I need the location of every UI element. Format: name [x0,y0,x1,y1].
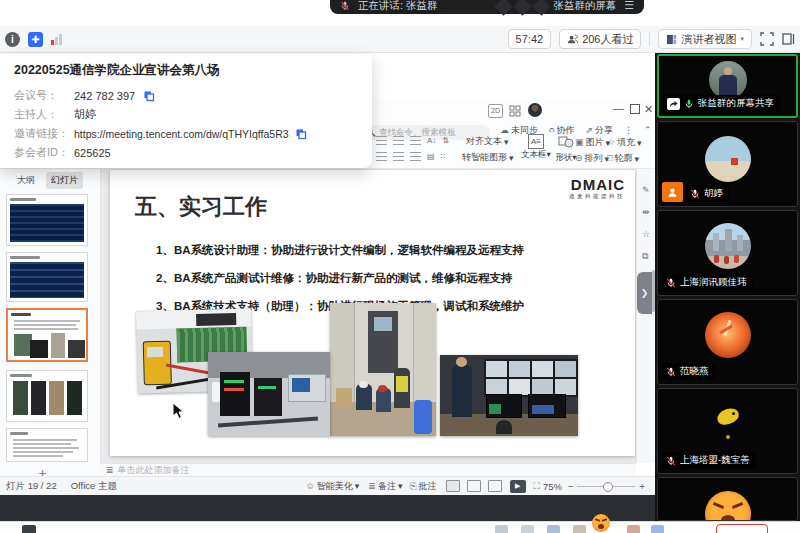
tab-outline[interactable]: 大纲 [12,172,40,189]
sorter-view-icon[interactable] [467,480,481,492]
participant-tile[interactable]: 范晓燕 [657,299,798,385]
taskbar-icon[interactable] [22,525,36,533]
avatar [705,312,751,358]
slide-thumbnail[interactable] [6,194,88,246]
numbering-icon[interactable]: ∷ [441,153,446,161]
participant-id-value: 625625 [74,147,111,159]
picture-button[interactable]: ▣图片▾ [575,136,610,149]
security-shield-icon[interactable]: ✚ [28,32,43,47]
align-text-button[interactable]: 对齐文本▾ [466,135,509,148]
style-tool-icon[interactable]: ✎ [642,186,650,195]
participant-tile[interactable]: 张益群的屏幕共享 [657,54,798,118]
participant-id-label: 参会者ID： [14,145,74,160]
slide-panel: 大纲 幻灯片 [0,168,101,476]
skin-icon[interactable]: 2D [488,104,503,118]
slide-thumbnail[interactable] [6,252,88,302]
beautify-icon: ☺ [306,482,315,491]
taskbar-emoji-icon[interactable] [592,514,610,532]
participant-name: 范晓燕 [680,365,709,378]
fit-zoom-icon[interactable]: ⛶ [534,482,540,491]
fill-button[interactable]: ☆填充▾ [607,136,642,149]
meeting-info-icon[interactable]: i [5,32,20,47]
restore-button[interactable] [630,104,640,114]
taskbar-icon[interactable] [573,525,586,533]
smart-graphic-button[interactable]: 转智能图形▾ [462,151,514,164]
speaking-label: 正在讲话: 张益群 [358,0,437,13]
taskbar-icon[interactable] [495,525,508,533]
participant-tile[interactable]: 胡婷 [657,121,798,207]
outline-button[interactable]: □轮廓▾ [607,152,639,165]
mic-muted-icon [666,366,676,378]
zoom-in-button[interactable]: ＋ [638,480,648,493]
tab-slides[interactable]: 幻灯片 [46,172,83,189]
host-label: 主持人： [14,107,74,122]
copy-icon[interactable] [143,90,155,102]
align-center-icon[interactable] [393,152,404,161]
participant-label: 张益群的屏幕共享 [663,95,780,112]
theme-name[interactable]: Office 主题 [71,480,117,493]
outdent-icon[interactable] [410,136,421,145]
arrange-button[interactable]: ⊜排列▾ [575,152,609,165]
avatar [705,223,751,269]
columns-icon[interactable]: ▤ [427,153,435,161]
slide-thumbnail-current[interactable] [6,308,88,362]
zoom-slider[interactable] [577,481,635,491]
align-left-icon[interactable] [376,152,387,161]
fullscreen-icon[interactable] [760,32,774,46]
align-right-icon[interactable] [410,152,421,161]
taskbar-red-outline-button[interactable] [716,524,768,533]
slide-title: 五、实习工作 [135,192,267,222]
zoom-level: 75% [543,481,562,492]
indent-icon[interactable] [393,136,404,145]
view-mode-selector[interactable]: 演讲者视图 ▾ [658,29,752,49]
taskbar-icon[interactable] [651,525,664,533]
host-badge [662,182,683,202]
avatar [709,61,747,99]
minimize-button[interactable]: — [613,102,624,114]
meeting-id-label: 会议号： [14,88,74,103]
participant-label: 上海塔盟-魏宝善 [662,452,756,469]
more-icon[interactable]: ⋮ [624,126,633,135]
list-icon[interactable] [376,136,387,145]
adjust-tool-icon[interactable]: ⇹ [642,208,650,217]
comment-button[interactable]: ⎘批注 [409,480,436,493]
network-signal-icon[interactable] [51,33,62,45]
invite-link-label: 邀请链接： [14,126,74,141]
outline-icon: □ [607,154,612,163]
zoom-out-button[interactable]: − [568,481,574,492]
textbox-button[interactable]: A≡ 文本框▾ [521,134,551,161]
status-notes-button[interactable]: ≣备注▾ [368,480,402,493]
close-button[interactable]: ✕ [644,103,653,116]
collapse-ribbon-icon[interactable]: ⌃ [644,126,652,135]
layout-toggle-icon[interactable] [782,32,796,46]
normal-view-icon[interactable] [446,480,460,492]
beautify-button[interactable]: ☺智能美化▾ [306,480,360,493]
notes-bar[interactable]: ≣ 单击此处添加备注 [100,463,636,476]
reading-view-icon[interactable] [488,480,502,492]
participant-tile-partial[interactable] [657,477,798,521]
user-avatar[interactable] [528,103,542,117]
line-spacing-icon[interactable]: ⇅ [442,137,449,145]
slide: DMAIC 迪麦科能源科技 五、实习工作 1、BA系统设计助理：协助进行设计文件… [110,170,635,456]
bottom-dark-bar [0,495,655,521]
taskbar-icon[interactable] [627,525,640,533]
favorite-tool-icon[interactable]: ☆ [642,230,650,239]
taskbar-icon[interactable] [521,525,534,533]
panel-expand-handle[interactable]: ❯ [637,272,652,314]
menu-icon[interactable]: ☰ [624,0,634,12]
viewers-count[interactable]: 206人看过 [559,29,641,49]
slide-thumbnail[interactable] [6,428,88,462]
sort-az-icon[interactable]: A↓ [427,137,436,145]
slide-thumbnail[interactable] [6,370,88,422]
play-slideshow-button[interactable]: ▶ [510,480,526,493]
participant-tile[interactable]: 上海塔盟-魏宝善 [657,388,798,474]
floating-speaker-bar[interactable]: 正在讲话: 张益群 张益群的屏幕 ☰ [330,0,644,14]
grid-apps-icon[interactable] [509,105,521,117]
taskbar-icon[interactable] [547,525,560,533]
picture-icon: ▣ [575,138,584,147]
participant-tile[interactable]: 上海润讯顾佳玮 [657,210,798,296]
layers-tool-icon[interactable]: ⧉ [642,252,648,261]
copy-icon[interactable] [295,128,307,140]
speaking-mic-icon [340,0,350,12]
zoom-slider-knob[interactable] [603,482,613,492]
